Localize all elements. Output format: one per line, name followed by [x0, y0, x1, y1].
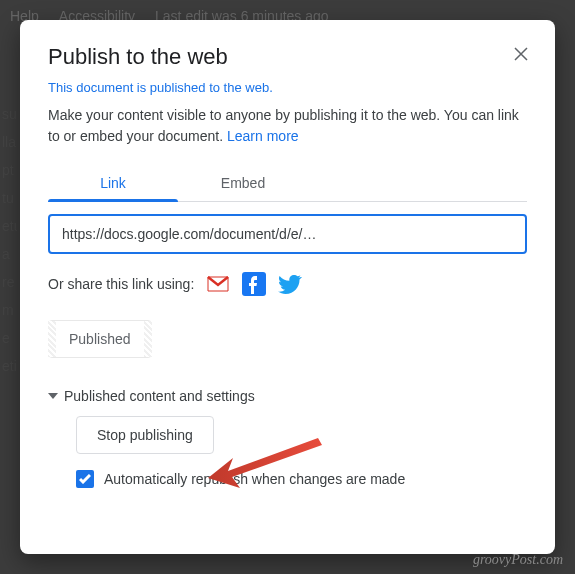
learn-more-link[interactable]: Learn more — [227, 128, 299, 144]
close-button[interactable] — [509, 42, 533, 66]
chevron-down-icon — [48, 393, 58, 399]
publish-dialog: Publish to the web This document is publ… — [20, 20, 555, 554]
facebook-icon[interactable] — [242, 272, 266, 296]
background-doc-text: su lla pt tu etu a re m e eti — [2, 100, 17, 380]
tab-bar: Link Embed — [48, 165, 527, 202]
expand-settings-row[interactable]: Published content and settings — [48, 388, 527, 404]
publish-status: This document is published to the web. — [48, 80, 527, 95]
tab-link[interactable]: Link — [48, 165, 178, 201]
share-row: Or share this link using: — [48, 272, 527, 296]
gmail-icon[interactable] — [206, 272, 230, 296]
share-label: Or share this link using: — [48, 276, 194, 292]
published-url-input[interactable] — [48, 214, 527, 254]
published-label: Published — [69, 331, 131, 347]
tab-embed[interactable]: Embed — [178, 165, 308, 201]
auto-republish-label: Automatically republish when changes are… — [104, 471, 405, 487]
close-icon — [514, 47, 528, 61]
stop-publishing-button[interactable]: Stop publishing — [76, 416, 214, 454]
expand-label: Published content and settings — [64, 388, 255, 404]
auto-republish-row: Automatically republish when changes are… — [76, 470, 527, 488]
watermark: groovyPost.com — [473, 552, 563, 568]
check-icon — [79, 474, 91, 484]
dialog-title: Publish to the web — [48, 44, 527, 70]
twitter-icon[interactable] — [278, 272, 302, 296]
auto-republish-checkbox[interactable] — [76, 470, 94, 488]
dialog-description: Make your content visible to anyone by p… — [48, 105, 527, 147]
published-status-button[interactable]: Published — [48, 320, 152, 358]
